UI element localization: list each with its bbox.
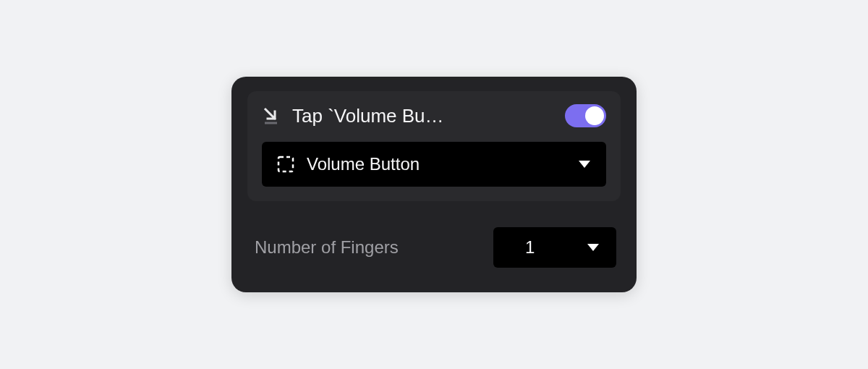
chevron-down-icon — [579, 161, 590, 168]
target-element-label: Volume Button — [307, 154, 579, 174]
selection-box-icon — [275, 153, 297, 175]
header-row: Tap `Volume Bu… — [262, 104, 606, 127]
chevron-down-icon — [587, 244, 599, 251]
tap-action-icon — [262, 106, 282, 126]
svg-rect-1 — [278, 157, 293, 171]
action-title: Tap `Volume Bu… — [292, 105, 555, 127]
toggle-knob — [585, 106, 604, 125]
header-section: Tap `Volume Bu… Volume Button — [247, 91, 621, 201]
fingers-label: Number of Fingers — [255, 237, 399, 258]
action-panel: Tap `Volume Bu… Volume Button Number of … — [231, 77, 637, 292]
fingers-count-select[interactable]: 1 — [493, 227, 616, 268]
fingers-row: Number of Fingers 1 — [247, 201, 621, 272]
target-element-select[interactable]: Volume Button — [262, 142, 606, 187]
enable-toggle[interactable] — [565, 104, 606, 127]
fingers-value: 1 — [525, 237, 535, 258]
